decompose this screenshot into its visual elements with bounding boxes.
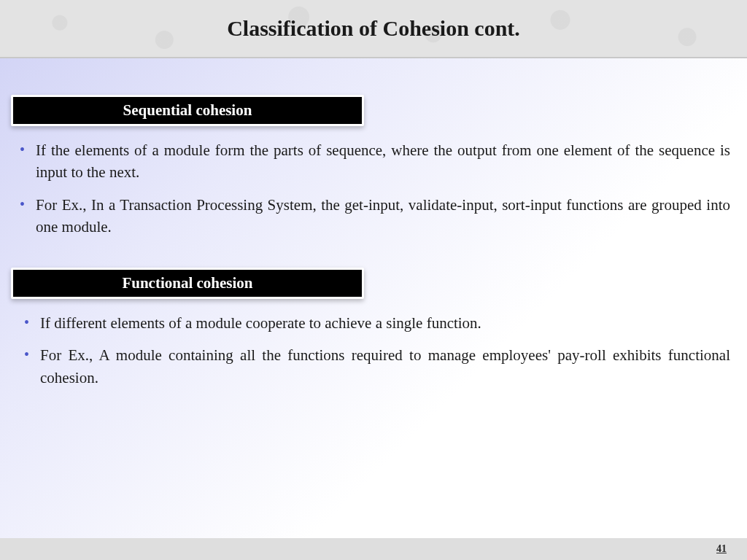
header-bar: Classification of Cohesion cont. xyxy=(0,0,747,58)
list-item: For Ex., A module containing all the fun… xyxy=(21,344,730,389)
page-number: 41 xyxy=(716,543,727,555)
footer-bar: 41 xyxy=(0,538,747,560)
bullet-list: If different elements of a module cooper… xyxy=(21,312,730,389)
list-item: For Ex., In a Transaction Processing Sys… xyxy=(17,194,730,238)
content-area: Sequential cohesion If the elements of a… xyxy=(0,58,747,389)
list-item: If different elements of a module cooper… xyxy=(21,312,730,334)
section-heading-wrap: Sequential cohesion xyxy=(11,95,364,126)
section-heading: Functional cohesion xyxy=(13,270,362,297)
section-functional: Functional cohesion If different element… xyxy=(11,268,736,389)
section-heading-wrap: Functional cohesion xyxy=(11,268,364,299)
list-item: If the elements of a module form the par… xyxy=(17,139,730,184)
page-title: Classification of Cohesion cont. xyxy=(227,16,520,41)
bullet-list: If the elements of a module form the par… xyxy=(17,139,730,238)
section-sequential: Sequential cohesion If the elements of a… xyxy=(11,95,736,238)
section-heading: Sequential cohesion xyxy=(13,97,362,124)
slide: Classification of Cohesion cont. Sequent… xyxy=(0,0,747,560)
